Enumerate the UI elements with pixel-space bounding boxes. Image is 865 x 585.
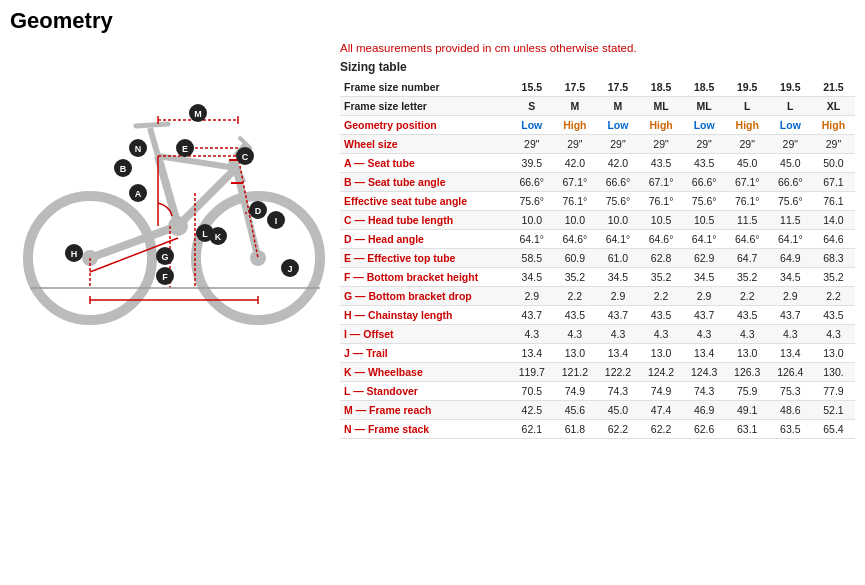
- row-label: Effective seat tube angle: [340, 192, 510, 211]
- row-cell: 64.6°: [726, 230, 769, 249]
- svg-point-15: [168, 216, 188, 236]
- row-cell: 124.2: [640, 363, 683, 382]
- row-cell: 29": [812, 135, 855, 154]
- bike-diagram: M E C B N A L D I H: [10, 48, 330, 331]
- row-cell: 126.3: [726, 363, 769, 382]
- row-cell: 42.5: [510, 401, 553, 420]
- row-cell: 75.9: [726, 382, 769, 401]
- row-label: B — Seat tube angle: [340, 173, 510, 192]
- svg-text:C: C: [242, 152, 249, 162]
- row-label: J — Trail: [340, 344, 510, 363]
- row-label: G — Bottom bracket drop: [340, 287, 510, 306]
- row-cell: 60.9: [553, 249, 596, 268]
- row-cell: 48.6: [769, 401, 812, 420]
- svg-text:B: B: [120, 164, 127, 174]
- row-cell: 76.1: [812, 192, 855, 211]
- row-cell: 43.5: [640, 154, 683, 173]
- table-row: M — Frame reach42.545.645.047.446.949.14…: [340, 401, 855, 420]
- table-row: Effective seat tube angle75.6°76.1°75.6°…: [340, 192, 855, 211]
- row-cell: 13.0: [553, 344, 596, 363]
- row-cell: Low: [596, 116, 639, 135]
- row-cell: 43.7: [596, 306, 639, 325]
- row-cell: 119.7: [510, 363, 553, 382]
- row-cell: 29": [683, 135, 726, 154]
- table-section: All measurements provided in cm unless o…: [330, 38, 855, 439]
- row-cell: 64.1°: [683, 230, 726, 249]
- row-cell: 35.2: [640, 268, 683, 287]
- row-cell: 76.1°: [726, 192, 769, 211]
- row-cell: 122.2: [596, 363, 639, 382]
- row-cell: 2.2: [726, 287, 769, 306]
- sizing-label: Sizing table: [340, 60, 855, 74]
- row-cell: 10.0: [553, 211, 596, 230]
- table-row: K — Wheelbase119.7121.2122.2124.2124.312…: [340, 363, 855, 382]
- row-cell: 46.9: [683, 401, 726, 420]
- table-row: E — Effective top tube58.560.961.062.862…: [340, 249, 855, 268]
- row-cell: 29": [553, 135, 596, 154]
- row-cell: 43.7: [683, 306, 726, 325]
- row-cell: 35.2: [812, 268, 855, 287]
- row-cell: 4.3: [683, 325, 726, 344]
- row-cell: 76.1°: [640, 192, 683, 211]
- row-cell: 21.5: [812, 78, 855, 97]
- table-row: Geometry positionLowHighLowHighLowHighLo…: [340, 116, 855, 135]
- row-cell: High: [640, 116, 683, 135]
- row-cell: 76.1°: [553, 192, 596, 211]
- row-cell: 4.3: [596, 325, 639, 344]
- row-cell: 4.3: [510, 325, 553, 344]
- row-label: H — Chainstay length: [340, 306, 510, 325]
- row-cell: 66.6°: [683, 173, 726, 192]
- row-cell: 64.9: [769, 249, 812, 268]
- row-cell: 74.3: [596, 382, 639, 401]
- row-cell: 14.0: [812, 211, 855, 230]
- row-cell: 10.5: [640, 211, 683, 230]
- row-cell: 62.1: [510, 420, 553, 439]
- row-cell: 63.1: [726, 420, 769, 439]
- row-cell: 13.0: [812, 344, 855, 363]
- row-label: C — Head tube length: [340, 211, 510, 230]
- table-row: B — Seat tube angle66.6°67.1°66.6°67.1°6…: [340, 173, 855, 192]
- svg-line-12: [136, 124, 168, 126]
- svg-text:F: F: [162, 272, 168, 282]
- row-cell: High: [812, 116, 855, 135]
- row-cell: 130.: [812, 363, 855, 382]
- row-cell: 11.5: [726, 211, 769, 230]
- row-cell: M: [596, 97, 639, 116]
- row-cell: 63.5: [769, 420, 812, 439]
- svg-text:N: N: [135, 144, 142, 154]
- row-cell: 35.2: [553, 268, 596, 287]
- row-cell: 43.5: [726, 306, 769, 325]
- row-cell: 66.6°: [596, 173, 639, 192]
- row-cell: 34.5: [596, 268, 639, 287]
- row-cell: 34.5: [683, 268, 726, 287]
- subtitle: All measurements provided in cm unless o…: [340, 38, 855, 54]
- row-cell: 75.6°: [596, 192, 639, 211]
- row-cell: 126.4: [769, 363, 812, 382]
- row-cell: 17.5: [553, 78, 596, 97]
- row-cell: L: [769, 97, 812, 116]
- row-cell: 34.5: [510, 268, 553, 287]
- table-row: J — Trail13.413.013.413.013.413.013.413.…: [340, 344, 855, 363]
- row-cell: 75.6°: [769, 192, 812, 211]
- table-row: G — Bottom bracket drop2.92.22.92.22.92.…: [340, 287, 855, 306]
- svg-text:K: K: [215, 232, 222, 242]
- row-label: M — Frame reach: [340, 401, 510, 420]
- row-cell: 4.3: [553, 325, 596, 344]
- row-cell: Low: [683, 116, 726, 135]
- svg-text:J: J: [287, 264, 292, 274]
- svg-text:D: D: [255, 206, 262, 216]
- row-cell: 17.5: [596, 78, 639, 97]
- table-row: C — Head tube length10.010.010.010.510.5…: [340, 211, 855, 230]
- row-cell: 43.7: [510, 306, 553, 325]
- row-cell: 2.2: [553, 287, 596, 306]
- row-cell: ML: [683, 97, 726, 116]
- row-label: I — Offset: [340, 325, 510, 344]
- table-row: F — Bottom bracket height34.535.234.535.…: [340, 268, 855, 287]
- row-cell: 62.8: [640, 249, 683, 268]
- row-cell: 10.0: [596, 211, 639, 230]
- row-cell: 35.2: [726, 268, 769, 287]
- page-title: Geometry: [0, 0, 865, 38]
- row-cell: 45.0: [769, 154, 812, 173]
- row-cell: Low: [769, 116, 812, 135]
- table-row: Wheel size29"29"29"29"29"29"29"29": [340, 135, 855, 154]
